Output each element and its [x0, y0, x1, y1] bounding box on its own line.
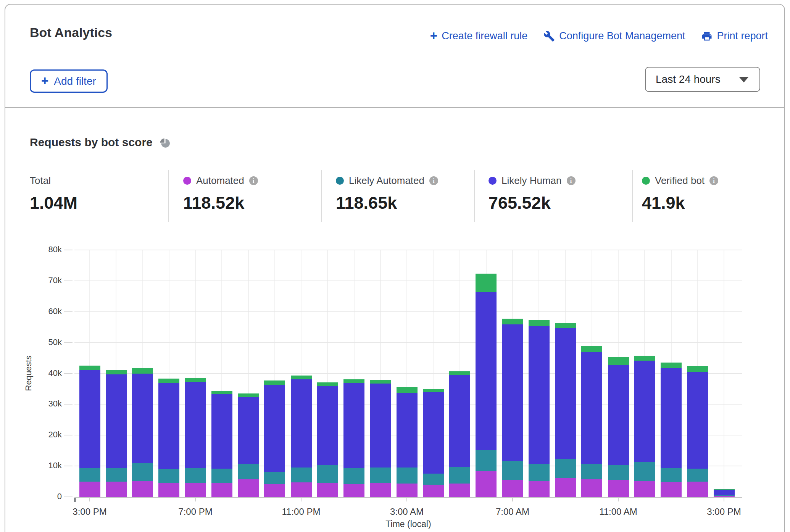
bar-segment-verified-bot[interactable]	[106, 370, 127, 374]
bar-segment-likely-human[interactable]	[211, 394, 232, 469]
bar-segment-likely-automated[interactable]	[476, 450, 497, 471]
bar-segment-likely-human[interactable]	[343, 383, 364, 468]
bar-segment-automated[interactable]	[581, 479, 602, 497]
bar-segment-likely-automated[interactable]	[132, 463, 153, 481]
bar-segment-automated[interactable]	[397, 484, 418, 497]
bar-segment-automated[interactable]	[158, 483, 179, 497]
bar-segment-likely-human[interactable]	[397, 393, 418, 468]
bar-segment-likely-automated[interactable]	[291, 468, 312, 482]
bar-segment-likely-human[interactable]	[502, 324, 523, 461]
bar-segment-verified-bot[interactable]	[529, 320, 550, 326]
bar-segment-automated[interactable]	[106, 482, 127, 497]
bar-segment-likely-automated[interactable]	[370, 468, 391, 483]
bar-segment-likely-automated[interactable]	[79, 468, 100, 482]
bar-segment-automated[interactable]	[370, 483, 391, 497]
bar-segment-likely-automated[interactable]	[238, 464, 259, 479]
bar-segment-likely-human[interactable]	[661, 368, 682, 468]
bar-segment-verified-bot[interactable]	[687, 366, 708, 372]
bar-segment-likely-human[interactable]	[317, 386, 338, 465]
bar-segment-automated[interactable]	[132, 481, 153, 497]
bar-segment-verified-bot[interactable]	[634, 356, 655, 361]
bar-segment-likely-automated[interactable]	[714, 495, 735, 496]
bar-segment-verified-bot[interactable]	[158, 379, 179, 383]
bar-segment-likely-human[interactable]	[687, 372, 708, 469]
bar-segment-automated[interactable]	[608, 480, 629, 497]
bar-segment-likely-automated[interactable]	[634, 462, 655, 481]
bar-segment-likely-human[interactable]	[608, 365, 629, 465]
bar-segment-automated[interactable]	[502, 480, 523, 497]
x-axis-origin-tick	[74, 498, 76, 502]
bar-segment-likely-human[interactable]	[370, 384, 391, 468]
bar-segment-likely-automated[interactable]	[158, 469, 179, 483]
bar-segment-verified-bot[interactable]	[343, 379, 364, 383]
bar-segment-automated[interactable]	[476, 471, 497, 497]
bar-segment-likely-human[interactable]	[529, 326, 550, 464]
bar-segment-likely-automated[interactable]	[529, 464, 550, 481]
bar-segment-automated[interactable]	[264, 484, 285, 497]
bar-segment-likely-automated[interactable]	[449, 467, 470, 484]
bar-segment-verified-bot[interactable]	[661, 363, 682, 368]
bar-segment-automated[interactable]	[211, 483, 232, 497]
bar-segment-automated[interactable]	[79, 482, 100, 497]
bar-segment-verified-bot[interactable]	[476, 274, 497, 292]
bar-segment-likely-human[interactable]	[132, 374, 153, 463]
bar-segment-likely-automated[interactable]	[423, 474, 444, 485]
bar-segment-verified-bot[interactable]	[317, 382, 338, 386]
bar-segment-verified-bot[interactable]	[449, 371, 470, 375]
bar-segment-likely-automated[interactable]	[185, 468, 206, 483]
bar-segment-likely-automated[interactable]	[687, 469, 708, 481]
bar-segment-verified-bot[interactable]	[238, 393, 259, 397]
bar-segment-likely-human[interactable]	[634, 361, 655, 462]
bar-segment-verified-bot[interactable]	[291, 376, 312, 379]
bar-segment-verified-bot[interactable]	[581, 346, 602, 352]
bar-segment-likely-automated[interactable]	[397, 468, 418, 484]
bar-segment-verified-bot[interactable]	[397, 387, 418, 393]
bar-segment-verified-bot[interactable]	[132, 368, 153, 374]
bar-segment-verified-bot[interactable]	[264, 380, 285, 385]
bar-segment-verified-bot[interactable]	[211, 391, 232, 395]
bar-segment-verified-bot[interactable]	[370, 380, 391, 384]
bar-segment-likely-human[interactable]	[714, 490, 735, 495]
bar-segment-likely-automated[interactable]	[502, 461, 523, 480]
bar-segment-verified-bot[interactable]	[608, 357, 629, 365]
bar-segment-automated[interactable]	[687, 482, 708, 497]
bar-segment-likely-automated[interactable]	[608, 465, 629, 480]
bar-segment-verified-bot[interactable]	[555, 323, 576, 329]
bar-segment-automated[interactable]	[634, 481, 655, 497]
bar-segment-likely-human[interactable]	[185, 382, 206, 468]
bar-segment-verified-bot[interactable]	[79, 366, 100, 370]
bar-segment-automated[interactable]	[423, 485, 444, 497]
bar-segment-automated[interactable]	[449, 484, 470, 497]
bar-segment-likely-human[interactable]	[106, 374, 127, 468]
bar-segment-verified-bot[interactable]	[714, 489, 735, 490]
bar-segment-likely-human[interactable]	[79, 370, 100, 468]
bar-segment-likely-automated[interactable]	[317, 465, 338, 484]
bar-segment-likely-human[interactable]	[264, 385, 285, 472]
bar-segment-verified-bot[interactable]	[423, 389, 444, 392]
bar-segment-likely-automated[interactable]	[581, 464, 602, 479]
bar-segment-automated[interactable]	[238, 479, 259, 497]
bar-segment-likely-human[interactable]	[581, 352, 602, 464]
bar-segment-verified-bot[interactable]	[185, 378, 206, 382]
bar-segment-likely-automated[interactable]	[264, 472, 285, 484]
bar-segment-likely-human[interactable]	[476, 292, 497, 450]
bar-segment-likely-human[interactable]	[238, 397, 259, 464]
bar-segment-automated[interactable]	[555, 478, 576, 497]
bar-segment-likely-human[interactable]	[555, 328, 576, 459]
bar-segment-automated[interactable]	[185, 483, 206, 497]
bar-segment-likely-automated[interactable]	[211, 469, 232, 482]
bar-segment-likely-human[interactable]	[449, 375, 470, 467]
bar-segment-automated[interactable]	[291, 482, 312, 497]
bar-segment-likely-human[interactable]	[158, 383, 179, 469]
bar-segment-automated[interactable]	[317, 483, 338, 497]
bar-segment-likely-automated[interactable]	[106, 468, 127, 482]
bar-segment-likely-automated[interactable]	[343, 468, 364, 484]
bar-segment-verified-bot[interactable]	[502, 319, 523, 324]
bar-segment-automated[interactable]	[343, 484, 364, 497]
bar-segment-likely-human[interactable]	[291, 379, 312, 468]
bar-segment-likely-automated[interactable]	[555, 459, 576, 478]
bar-segment-likely-human[interactable]	[423, 392, 444, 474]
bar-segment-likely-automated[interactable]	[661, 468, 682, 482]
bar-segment-automated[interactable]	[529, 481, 550, 497]
bar-segment-automated[interactable]	[661, 482, 682, 497]
